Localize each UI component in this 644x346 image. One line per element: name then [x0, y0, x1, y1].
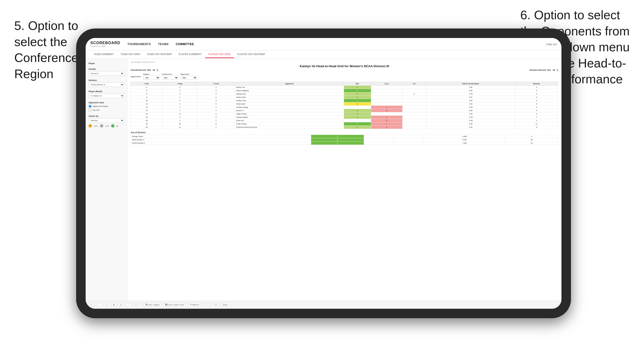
- sub-nav-team-summary[interactable]: TEAM SUMMARY: [90, 51, 117, 58]
- filter-row: Opponents: Region (All) Conference (All): [130, 73, 558, 80]
- color-dot-level-label: Level: [105, 125, 109, 127]
- toolbar-view-original[interactable]: 🖼 View: Original: [144, 303, 161, 307]
- table-cell: Euna Lee: [235, 119, 344, 122]
- toolbar-grid[interactable]: ⊞: [111, 303, 116, 307]
- sidebar-colour-label: Colour by: [88, 115, 124, 117]
- table-cell: 4: [515, 112, 558, 116]
- conference-filter-select[interactable]: (All): [162, 76, 178, 80]
- table-cell: [371, 99, 402, 102]
- table-cell: 5: [197, 112, 235, 116]
- ood-table-cell: 7.400: [424, 142, 505, 145]
- logo-sub: Powered by clippd: [90, 45, 120, 47]
- table-cell: Jessica Huang: [235, 106, 344, 109]
- sign-out-link[interactable]: | Sign out: [546, 43, 557, 46]
- table-cell: [402, 119, 426, 122]
- records-row: Overall Record: 353 - 34 - 6 Division Re…: [130, 69, 558, 71]
- sub-nav-team-h2h-grid[interactable]: TEAM H2H GRID: [117, 51, 144, 58]
- sub-nav-player-summary[interactable]: PLAYER SUMMARY: [175, 51, 205, 58]
- sidebar-radio-top100[interactable]: Top 100: [88, 109, 124, 112]
- region-filter-select[interactable]: (All): [143, 76, 160, 80]
- table-cell: 1: [371, 106, 402, 109]
- table-cell: 0: [402, 92, 426, 96]
- table-row: 1125Heejo Hyun13.333: [131, 102, 558, 106]
- table-cell: 2: [515, 106, 558, 109]
- table-cell: Heejo Hyun: [235, 102, 344, 106]
- table-cell: 7: [162, 109, 197, 112]
- table-cell: 3: [197, 99, 235, 102]
- table-cell: 16: [131, 116, 163, 119]
- opponent-filter-select[interactable]: (All): [180, 76, 197, 80]
- opponents-filter-label: Opponents:: [130, 76, 141, 78]
- table-cell: [402, 102, 426, 106]
- table-cell: Sharon Mun: [235, 96, 344, 99]
- color-dot-up-label: Up: [116, 125, 118, 127]
- table-row: 1474Eunice Yi220.389: [131, 109, 558, 112]
- toolbar-sep2: |: [203, 304, 204, 306]
- table-cell: Andrea York: [235, 99, 344, 102]
- toolbar-watch[interactable]: 👁 Watch ▾: [188, 303, 201, 307]
- table-cell: 4: [515, 86, 558, 89]
- table-cell: 6: [515, 126, 558, 129]
- sidebar-radio-played[interactable]: Opponents Played: [88, 105, 124, 108]
- toolbar-dots[interactable]: ···: [126, 303, 131, 307]
- sidebar-colour-select[interactable]: Win/loss: [88, 118, 124, 123]
- table-cell: Alexis Sudjianto: [235, 89, 344, 92]
- nav-teams[interactable]: TEAMS: [158, 41, 169, 47]
- table-cell: [402, 109, 426, 112]
- sub-nav-team-h2h-heatmap[interactable]: TEAM H2H HEATMAP: [144, 51, 175, 58]
- table-row: 1063Andrea York24.004: [131, 99, 558, 102]
- table-row: 1822Euna Lee3-5.002: [131, 119, 558, 122]
- th-tie: Tie: [402, 82, 426, 86]
- tablet-screen: SCOREBOARD Powered by clippd TOURNAMENTS…: [86, 38, 562, 309]
- table-cell: [371, 102, 402, 106]
- toolbar-loop[interactable]: ↺: [134, 303, 138, 307]
- sidebar-player-rank-select[interactable]: 8. Katelyn Vo: [88, 94, 124, 98]
- ood-table-row: Foreign Team14.5002: [131, 135, 558, 138]
- th-opponent: Opponent: [235, 82, 344, 86]
- table-cell: Sydney Kuo: [235, 92, 344, 96]
- toolbar-expand[interactable]: ↕: [206, 303, 210, 307]
- ood-table-cell: 9.267: [424, 138, 505, 142]
- sub-nav-player-h2h-heatmap[interactable]: PLAYER H2H HEATMAP: [234, 51, 268, 58]
- table-cell: 4: [197, 109, 235, 112]
- ood-table-cell: [394, 135, 424, 138]
- nav-committee[interactable]: COMMITTEE: [176, 41, 194, 47]
- table-cell: 15: [131, 112, 163, 116]
- th-conf: # Conf: [197, 82, 235, 86]
- color-dot-down: [88, 124, 92, 128]
- toolbar-redo[interactable]: ↪: [104, 303, 109, 307]
- table-cell: 19: [131, 122, 163, 126]
- sidebar-radio-played-label: Opponents Played: [92, 105, 108, 107]
- toolbar-fullscreen[interactable]: ⟺: [213, 303, 219, 307]
- table-cell: 5: [197, 116, 235, 119]
- toolbar-refresh[interactable]: ◎: [119, 303, 124, 307]
- toolbar-save-custom-view[interactable]: 💾 Save Custom View: [164, 303, 186, 307]
- table-cell: 5: [131, 89, 163, 92]
- sub-nav-player-h2h-grid[interactable]: PLAYER H2H GRID: [205, 51, 234, 58]
- table-cell: 1: [344, 116, 371, 119]
- table-cell: 2: [371, 109, 402, 112]
- sidebar-gender-select[interactable]: Women's: [88, 71, 124, 76]
- table-cell: 1: [344, 102, 371, 106]
- logo-text: SCOREBOARD: [90, 41, 120, 45]
- table-cell: 4: [344, 122, 371, 126]
- toolbar-share[interactable]: Share: [221, 303, 229, 307]
- main-content: Player Gender Women's Division NCAA Divi…: [86, 59, 562, 301]
- nav-tournaments[interactable]: TOURNAMENTS: [128, 41, 151, 47]
- sidebar-division-select[interactable]: NCAA Division III: [88, 82, 124, 87]
- table-cell: [402, 112, 426, 116]
- table-cell: 2: [344, 126, 371, 129]
- bottom-toolbar: ↩ ← ↪ ⊞ ◎ ··· ↺ | 🖼 View: Original 💾 Sav…: [86, 301, 562, 309]
- sidebar-player-rank-label: Player (Rank): [88, 90, 124, 93]
- toolbar-back[interactable]: ←: [96, 303, 102, 307]
- table-cell: 3: [515, 102, 558, 106]
- table-cell: 13: [131, 106, 163, 109]
- toolbar-undo[interactable]: ↩: [89, 303, 94, 307]
- ood-table-cell: [394, 142, 424, 145]
- division-record-label: Division Record:: [530, 69, 547, 71]
- table-cell: 2: [344, 109, 371, 112]
- ood-table-cell: 10: [505, 142, 558, 145]
- table-cell: 1: [344, 112, 371, 116]
- table-cell: 1: [197, 106, 235, 109]
- table-row: 1311Jessica Huang1-3.002: [131, 106, 558, 109]
